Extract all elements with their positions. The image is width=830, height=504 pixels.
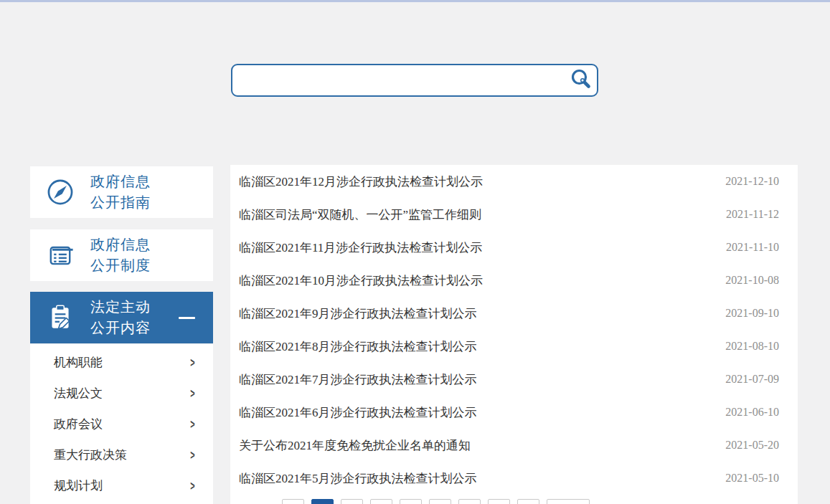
article-title-link[interactable]: 临淄区司法局“双随机、一公开”监管工作细则 [239,206,481,223]
list-item[interactable]: 临淄区2021年11月涉企行政执法检查计划公示 2021-11-10 [230,231,798,264]
submenu-item-org-functions[interactable]: 机构职能 > [30,347,213,378]
sidebar-item-label: 政府信息 公开指南 [90,171,151,213]
ledger-icon [30,239,90,271]
clipboard-pencil-icon [30,303,90,333]
search-box [231,64,598,97]
submenu-item-gov-meetings[interactable]: 政府会议 > [30,409,213,439]
top-accent-bar [0,0,830,2]
chevron-right-icon: > [190,386,194,401]
article-title-link[interactable]: 关于公布2021年度免检免扰企业名单的通知 [239,437,471,454]
submenu-item-planning[interactable]: 规划计划 > [30,470,213,501]
sidebar-submenu: 机构职能 > 法规公文 > 政府会议 > 重大行政决策 > 规划计划 > [30,344,213,504]
article-date: 2021-06-10 [725,406,779,419]
compass-icon [30,177,90,207]
submenu-item-major-decisions[interactable]: 重大行政决策 > [30,439,213,470]
list-item[interactable]: 关于公布2021年度免检免扰企业名单的通知 2021-05-20 [230,429,798,462]
pagination-button[interactable] [400,499,422,504]
chevron-right-icon: > [190,447,194,462]
article-title-link[interactable]: 临淄区2021年12月涉企行政执法检查计划公示 [239,173,483,190]
chevron-right-icon: > [190,417,194,432]
list-item[interactable]: 临淄区司法局“双随机、一公开”监管工作细则 2021-11-12 [230,198,798,231]
article-title-link[interactable]: 临淄区2021年5月涉企行政执法检查计划公示 [239,470,477,487]
article-title-link[interactable]: 临淄区2021年7月涉企行政执法检查计划公示 [239,371,477,388]
pagination-button[interactable] [370,499,392,504]
minus-icon [179,317,195,319]
pagination-next-button[interactable] [547,499,590,504]
article-date: 2021-11-12 [726,208,779,221]
article-date: 2021-11-10 [726,241,779,254]
pagination-button[interactable] [517,499,539,504]
pagination [282,499,590,504]
chevron-right-icon: > [190,478,194,493]
sidebar-item-guide[interactable]: 政府信息 公开指南 [30,166,213,218]
list-item[interactable]: 临淄区2021年6月涉企行政执法检查计划公示 2021-06-10 [230,396,798,429]
article-title-link[interactable]: 临淄区2021年6月涉企行政执法检查计划公示 [239,404,477,421]
list-item[interactable]: 临淄区2021年10月涉企行政执法检查计划公示 2021-10-08 [230,264,798,297]
article-list-panel: 临淄区2021年12月涉企行政执法检查计划公示 2021-12-10 临淄区司法… [230,165,798,504]
sidebar-item-system[interactable]: 政府信息 公开制度 [30,229,213,281]
pagination-button[interactable] [341,499,363,504]
list-item[interactable]: 临淄区2021年5月涉企行政执法检查计划公示 2021-05-10 [230,462,798,495]
article-date: 2021-10-08 [725,274,779,287]
page: 政府信息 公开指南 政府信息 公开制度 [0,0,830,504]
article-title-link[interactable]: 临淄区2021年10月涉企行政执法检查计划公示 [239,272,483,289]
chevron-right-icon: > [190,355,194,370]
article-date: 2021-05-20 [725,439,779,452]
list-item[interactable]: 临淄区2021年12月涉企行政执法检查计划公示 2021-12-10 [230,165,798,198]
pagination-button[interactable] [488,499,510,504]
magnifier-icon [569,67,593,94]
article-date: 2021-05-10 [725,472,779,485]
article-title-link[interactable]: 临淄区2021年8月涉企行政执法检查计划公示 [239,338,477,355]
article-date: 2021-07-09 [725,373,779,386]
search-button[interactable] [565,65,597,95]
article-date: 2021-12-10 [725,175,779,188]
submenu-item-regulations[interactable]: 法规公文 > [30,378,213,409]
article-title-link[interactable]: 临淄区2021年11月涉企行政执法检查计划公示 [239,239,482,256]
pagination-button[interactable] [458,499,481,504]
pagination-button-active[interactable] [311,499,334,504]
pagination-button[interactable] [429,499,451,504]
article-date: 2021-08-10 [725,340,779,353]
search-input[interactable] [232,65,565,95]
list-item[interactable]: 临淄区2021年7月涉企行政执法检查计划公示 2021-07-09 [230,363,798,396]
list-item[interactable]: 临淄区2021年8月涉企行政执法检查计划公示 2021-08-10 [230,330,798,363]
pagination-button[interactable] [282,499,304,504]
sidebar-item-label: 法定主动 公开内容 [90,297,151,338]
sidebar-item-statutory-disclosure[interactable]: 法定主动 公开内容 [30,292,213,343]
list-item[interactable]: 临淄区2021年9月涉企行政执法检查计划公示 2021-09-10 [230,297,798,330]
article-date: 2021-09-10 [725,307,779,320]
article-title-link[interactable]: 临淄区2021年9月涉企行政执法检查计划公示 [239,305,477,322]
sidebar-item-label: 政府信息 公开制度 [90,234,151,276]
